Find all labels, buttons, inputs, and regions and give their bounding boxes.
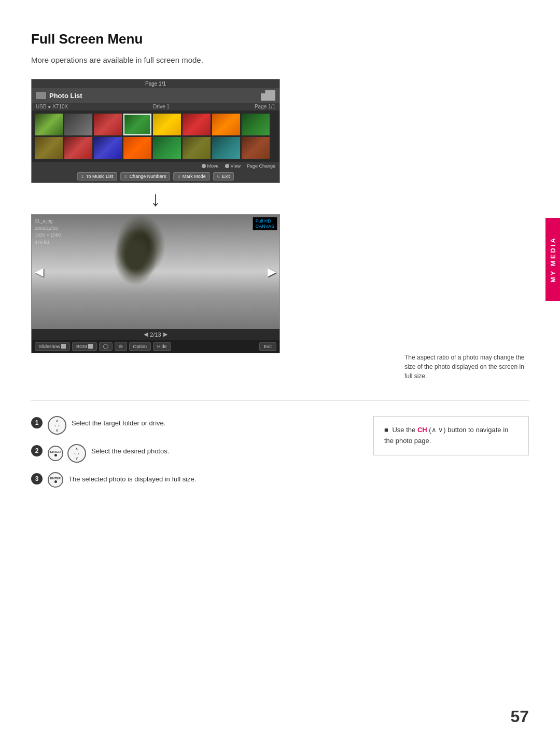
nav-page-change: Page Change (247, 163, 275, 169)
step-2-label: 2 (35, 447, 39, 454)
photo-thumb[interactable] (183, 114, 211, 135)
nav-dot (202, 164, 206, 168)
btn-num-2: 2 (124, 174, 127, 179)
instructions-section: 1 ∧ ‹ › ∨ Select the target (0, 416, 560, 497)
btn-exit-fs-label: Exit (264, 344, 272, 349)
file-date: 2006/12/10 (35, 225, 61, 232)
screen-nav-bar: Move View Page Change (32, 162, 279, 170)
step-3-label: 3 (35, 475, 39, 482)
fullscreen-bottom-bar: Slideshow BGM ⊕ Option Hide (32, 340, 279, 353)
page-container: MY MEDIA Full Screen Menu More operation… (0, 0, 560, 747)
instruction-item-2: 2 ENTER ∧ ‹ › ∨ (31, 444, 353, 463)
down-arrow-container: ↓ (31, 183, 280, 214)
zoom-icon: ⊕ (119, 343, 123, 349)
page-label-top: Page 1/1 (145, 81, 166, 87)
prev-arrow-icon[interactable]: ◀ (35, 265, 44, 279)
drive-label: Drive 1 (153, 104, 170, 109)
note-bullet: ■ (384, 426, 388, 434)
photo-thumb[interactable] (153, 114, 181, 135)
photo-thumb[interactable] (35, 114, 63, 135)
btn-option[interactable]: Option (129, 342, 151, 351)
photo-thumb[interactable] (94, 114, 122, 135)
nav-arrows-inner: ∧ ‹ › ∨ (54, 419, 59, 433)
btn-exit-top[interactable]: 6 Exit (213, 172, 234, 181)
photo-thumb[interactable] (64, 137, 92, 159)
btn-zoom[interactable]: ⊕ (115, 342, 127, 351)
btn-repeat[interactable] (99, 342, 113, 351)
nav-left-icon: ‹ (54, 423, 56, 428)
page-prev-icon[interactable]: ◀ (144, 331, 148, 338)
page-nav: ◀ 2/13 ▶ (36, 331, 275, 338)
page-next-icon[interactable]: ▶ (163, 331, 167, 338)
step1-text: Select the target folder or drive. (72, 416, 165, 428)
badge-text: Full HD (256, 218, 271, 224)
photo-thumb[interactable] (212, 137, 240, 159)
step3-buttons: ENTER (48, 472, 63, 488)
enter-btn-2: ENTER (48, 472, 63, 488)
photo-thumb[interactable] (123, 137, 151, 159)
right-note-text: Use the (392, 426, 417, 434)
btn-hide[interactable]: Hide (153, 342, 171, 351)
step-number-2: 2 (31, 445, 43, 457)
btn-music-list[interactable]: 1 To Music List (77, 172, 117, 181)
nav-arrows-inner-2: ∧ ‹ › ∨ (74, 447, 79, 461)
btn-slideshow[interactable]: Slideshow (35, 342, 70, 351)
file-name: 01_a.jpg (35, 218, 61, 225)
photo-thumb[interactable] (212, 114, 240, 135)
btn-change-numbers-label: Change Numbers (130, 174, 166, 179)
btn-hide-label: Hide (157, 344, 167, 349)
nav-dot2 (225, 164, 229, 168)
nav-right-icon-2: › (78, 451, 79, 456)
next-arrow-icon[interactable]: ▶ (268, 265, 276, 279)
nav-move-label: Move (207, 163, 219, 169)
nav-remote-btn-1: ∧ ‹ › ∨ (48, 416, 66, 435)
enter-dot (54, 454, 57, 457)
photo-thumb[interactable] (123, 114, 151, 135)
step3-text: The selected photo is displayed in full … (68, 472, 196, 485)
step2-text: Select the desired photos. (91, 444, 169, 457)
nav-up-icon: ∧ (55, 419, 59, 423)
nav-down-icon: ∨ (55, 428, 59, 433)
side-tab-label: MY MEDIA (549, 237, 557, 283)
nav-view-label: View (231, 163, 241, 169)
btn-mark-mode[interactable]: 3 Mark Mode (173, 172, 210, 181)
side-note-text: The aspect ratio of a photo may change t… (404, 354, 524, 380)
page-number: 57 (510, 707, 529, 726)
fullscreen-mockup: 01_a.jpg 2006/12/10 1920 × 1080 479 kB F… (31, 214, 280, 353)
btn-exit-fullscreen[interactable]: Exit (259, 342, 276, 351)
btn-slideshow-label: Slideshow (39, 344, 60, 349)
section-divider (31, 400, 529, 400)
photo-thumb[interactable] (242, 114, 270, 135)
nav-view: View (225, 163, 241, 169)
btn-num-6: 6 (217, 174, 220, 179)
fullscreen-controls: ◀ 2/13 ▶ (32, 329, 279, 340)
folder-icon (261, 90, 275, 101)
photo-thumb[interactable] (94, 137, 122, 159)
photo-thumb[interactable] (64, 114, 92, 135)
photo-thumb[interactable] (153, 137, 181, 159)
step-number-1: 1 (31, 417, 43, 428)
photo-thumb[interactable] (183, 137, 211, 159)
photo-list-icon (36, 92, 46, 99)
enter-dot-2 (54, 480, 57, 483)
btn-bgm-label: BGM (76, 344, 87, 349)
screen-header-row: Photo List (32, 88, 279, 103)
page-title: Full Screen Menu (31, 31, 498, 47)
step-number-3: 3 (31, 473, 43, 485)
btn-change-numbers[interactable]: 2 Change Numbers (120, 172, 170, 181)
usb-label: USB ● X710X (36, 104, 68, 109)
nav-down-icon-2: ∨ (75, 456, 78, 461)
fullscreen-info: 01_a.jpg 2006/12/10 1920 × 1080 479 kB (35, 218, 61, 246)
photo-list-screen: Page 1/1 Photo List USB ● X710X Drive 1 … (31, 79, 280, 183)
btn-option-label: Option (133, 344, 147, 349)
bgm-sq-icon (88, 344, 93, 349)
instruction-item-1: 1 ∧ ‹ › ∨ Select the target (31, 416, 353, 435)
step1-buttons: ∧ ‹ › ∨ (48, 416, 66, 435)
step2-buttons: ENTER ∧ ‹ › ∨ (48, 444, 86, 463)
badge-sub: CANVAS (256, 224, 274, 229)
repeat-icon (103, 344, 108, 349)
photo-thumb[interactable] (242, 137, 270, 159)
photo-thumb[interactable] (35, 137, 63, 159)
btn-bgm[interactable]: BGM (72, 342, 97, 351)
btn-num-1: 1 (81, 174, 84, 179)
